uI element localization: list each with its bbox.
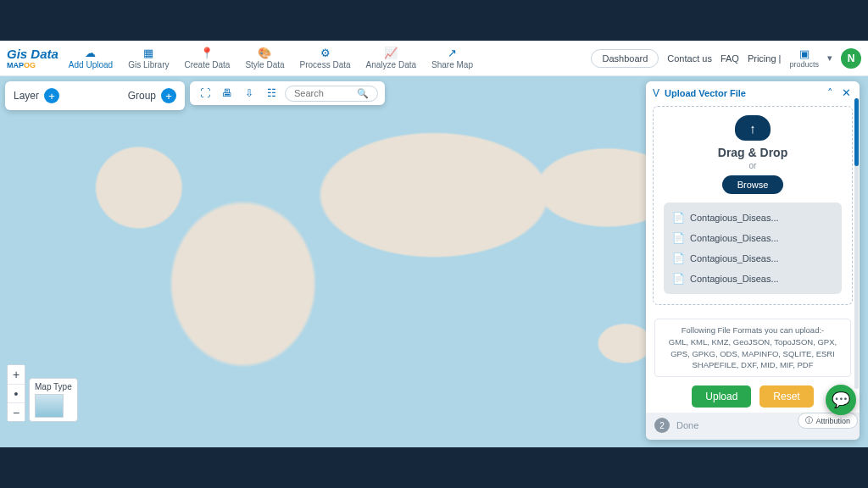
step-label: Done bbox=[676, 420, 698, 430]
search-wrap: 🔍 bbox=[285, 86, 378, 102]
drag-drop-label: Drag & Drop bbox=[660, 146, 845, 159]
library-icon: ▦ bbox=[143, 47, 153, 59]
file-icon: 📄 bbox=[672, 232, 685, 244]
file-row[interactable]: 📄Contagious_Diseas... bbox=[664, 208, 842, 228]
supported-formats: Following File Formats you can upload:- … bbox=[654, 319, 851, 377]
zoom-control: + • − bbox=[7, 364, 25, 422]
nav-style-data[interactable]: 🎨Style Data bbox=[238, 45, 291, 71]
file-row[interactable]: 📄Contagious_Diseas... bbox=[664, 248, 842, 269]
main-nav: ☁Add Upload ▦Gis Library 📍Create Data 🎨S… bbox=[62, 45, 480, 71]
info-icon: ⓘ bbox=[805, 415, 813, 426]
nav-add-upload[interactable]: ☁Add Upload bbox=[62, 45, 120, 71]
cloud-upload-icon: ☁ bbox=[85, 47, 96, 59]
brand-logo[interactable]: Gis Data MAPOG bbox=[7, 47, 58, 69]
file-icon: 📄 bbox=[672, 273, 685, 285]
pricing-link[interactable]: Pricing | bbox=[748, 53, 782, 64]
reset-button[interactable]: Reset bbox=[760, 385, 813, 408]
pin-icon: 📍 bbox=[200, 47, 214, 59]
brand-subtitle: MAPOG bbox=[7, 62, 58, 69]
close-icon[interactable]: ✕ bbox=[840, 86, 853, 99]
search-input[interactable] bbox=[294, 88, 340, 98]
dashboard-button[interactable]: Dashboard bbox=[591, 49, 659, 68]
map-type-label: Map Type bbox=[35, 382, 72, 391]
chat-fab[interactable]: 💬 bbox=[826, 385, 856, 415]
layer-label: Layer bbox=[14, 90, 39, 102]
chevron-down-icon[interactable]: ▾ bbox=[827, 53, 832, 64]
print-icon[interactable]: 🖶 bbox=[219, 85, 236, 102]
collapse-icon[interactable]: ˄ bbox=[826, 86, 835, 99]
fullscreen-icon[interactable]: ⛶ bbox=[197, 85, 214, 102]
file-row[interactable]: 📄Contagious_Diseas... bbox=[664, 228, 842, 248]
add-layer-button[interactable]: + bbox=[44, 88, 59, 103]
chart-icon: 📈 bbox=[384, 47, 398, 59]
nav-process-data[interactable]: ⚙Process Data bbox=[293, 45, 358, 71]
nav-gis-library[interactable]: ▦Gis Library bbox=[121, 45, 175, 71]
upload-panel-header: V Upload Vector File ˄ ✕ bbox=[646, 81, 860, 104]
nav-analyze-data[interactable]: 📈Analyze Data bbox=[359, 45, 423, 71]
map-area[interactable]: Layer + Group + ⛶ 🖶 ⇩ ☷ 🔍 + • − Map Type bbox=[0, 76, 868, 447]
contact-link[interactable]: Contact us bbox=[667, 53, 712, 64]
or-label: or bbox=[660, 161, 845, 170]
zoom-home-button[interactable]: • bbox=[8, 384, 25, 402]
map-toolbar: ⛶ 🖶 ⇩ ☷ 🔍 bbox=[190, 81, 385, 105]
cloud-upload-icon bbox=[735, 115, 771, 141]
upload-panel-title: Upload Vector File bbox=[665, 88, 746, 98]
user-avatar[interactable]: N bbox=[841, 48, 861, 69]
download-icon[interactable]: ⇩ bbox=[241, 85, 258, 102]
add-group-button[interactable]: + bbox=[161, 88, 176, 103]
drop-zone[interactable]: Drag & Drop or Browse 📄Contagious_Diseas… bbox=[653, 106, 853, 305]
zoom-in-button[interactable]: + bbox=[8, 365, 25, 384]
map-type-thumb bbox=[35, 394, 64, 418]
measure-icon[interactable]: ☷ bbox=[263, 85, 280, 102]
products-menu[interactable]: ▣products bbox=[789, 47, 819, 69]
topbar-right: Dashboard Contact us FAQ Pricing | ▣prod… bbox=[591, 47, 861, 69]
nav-share-map[interactable]: ↗Share Map bbox=[425, 45, 480, 71]
faq-link[interactable]: FAQ bbox=[721, 53, 739, 64]
file-row[interactable]: 📄Contagious_Diseas... bbox=[664, 269, 842, 289]
browse-button[interactable]: Browse bbox=[722, 175, 784, 194]
attribution-chip[interactable]: ⓘAttribution bbox=[798, 413, 858, 429]
share-icon: ↗ bbox=[448, 47, 457, 59]
gear-icon: ⚙ bbox=[320, 47, 331, 59]
upload-button[interactable]: Upload bbox=[692, 385, 751, 408]
nav-create-data[interactable]: 📍Create Data bbox=[177, 45, 236, 71]
layer-panel: Layer + Group + bbox=[5, 81, 185, 110]
top-bar: Gis Data MAPOG ☁Add Upload ▦Gis Library … bbox=[0, 41, 868, 76]
zoom-out-button[interactable]: − bbox=[8, 402, 25, 421]
file-icon: 📄 bbox=[672, 212, 685, 224]
uploaded-file-list: 📄Contagious_Diseas... 📄Contagious_Diseas… bbox=[664, 202, 842, 294]
search-icon[interactable]: 🔍 bbox=[357, 88, 369, 99]
palette-icon: 🎨 bbox=[258, 47, 271, 59]
cube-icon: ▣ bbox=[799, 47, 810, 60]
map-type-selector[interactable]: Map Type bbox=[29, 378, 78, 422]
panel-scrollbar[interactable] bbox=[854, 98, 859, 389]
formats-title: Following File Formats you can upload:- bbox=[662, 324, 843, 336]
group-label: Group bbox=[128, 90, 156, 102]
file-icon: 📄 bbox=[672, 252, 685, 264]
step-number-badge: 2 bbox=[654, 418, 670, 433]
formats-list: GML, KML, KMZ, GeoJSON, TopoJSON, GPX, G… bbox=[662, 336, 843, 371]
vector-icon: V bbox=[653, 87, 659, 99]
brand-title: Gis Data bbox=[7, 47, 58, 60]
upload-panel: V Upload Vector File ˄ ✕ Drag & Drop or … bbox=[646, 81, 860, 440]
